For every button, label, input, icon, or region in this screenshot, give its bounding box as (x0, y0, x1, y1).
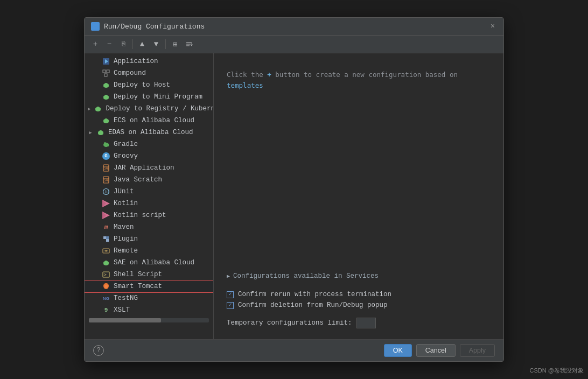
list-item-groovy[interactable]: GGroovy (85, 150, 213, 162)
move-up-button[interactable]: ▲ (136, 38, 149, 51)
list-item-deploy-host[interactable]: Deploy to Host (85, 79, 213, 91)
item-label: Compound (114, 69, 146, 77)
list-item-application[interactable]: Application (85, 55, 213, 67)
remove-config-button[interactable]: − (103, 38, 116, 51)
item-label: Groovy (114, 152, 138, 160)
tomcat-icon (102, 282, 110, 291)
svg-point-49 (106, 250, 107, 252)
item-label: SAE on Alibaba Cloud (114, 259, 194, 266)
apply-button[interactable]: Apply (460, 344, 495, 357)
list-item-deploy-registry[interactable]: ▶Deploy to Registry / Kubernetes (85, 103, 213, 115)
svg-point-28 (99, 130, 102, 133)
confirm-rerun-checkbox[interactable] (227, 291, 234, 298)
bottom-bar: ? OK Cancel Apply (85, 339, 503, 361)
list-item-shell[interactable]: >_Shell Script (85, 269, 213, 280)
add-config-button[interactable]: + (89, 38, 102, 51)
list-item-deploy-mini[interactable]: Deploy to Mini Program (85, 91, 213, 103)
list-item-junit[interactable]: JUJUnit (85, 186, 213, 198)
list-item-kotlin-script[interactable]: Kotlin script (85, 209, 213, 221)
svg-rect-46 (106, 236, 109, 239)
action-buttons: OK Cancel Apply (384, 344, 495, 357)
list-item-kotlin[interactable]: Kotlin (85, 198, 213, 209)
list-item-smart-tomcat[interactable]: Smart Tomcat (85, 280, 213, 292)
svg-rect-45 (106, 239, 109, 242)
temp-config-input[interactable] (356, 318, 376, 328)
cancel-button[interactable]: Cancel (416, 344, 456, 357)
svg-text:JAR: JAR (104, 179, 109, 182)
junit-icon: JU (102, 187, 110, 196)
item-label: ECS on Alibaba Cloud (114, 117, 194, 124)
list-item-gradle[interactable]: Gradle (85, 138, 213, 150)
close-button[interactable]: × (488, 22, 497, 31)
kotlin-icon (102, 211, 110, 220)
ok-button[interactable]: OK (384, 344, 412, 357)
list-item-maven[interactable]: mMaven (85, 221, 213, 233)
move-down-button[interactable]: ▼ (150, 38, 163, 51)
svg-point-30 (104, 142, 106, 144)
svg-point-16 (104, 95, 108, 97)
item-label: EDAS on Alibaba Cloud (108, 129, 193, 136)
confirm-deletion-checkbox[interactable] (227, 302, 234, 309)
compound-icon (102, 69, 110, 78)
list-item-xslt[interactable]: 9XSLT (85, 304, 213, 316)
svg-text:JAR: JAR (104, 167, 109, 170)
svg-point-53 (104, 261, 108, 263)
kotlin-icon (102, 199, 110, 208)
title-bar: Run/Debug Configurations × (85, 18, 503, 36)
item-label: Smart Tomcat (114, 283, 162, 290)
item-label: Kotlin (114, 200, 138, 207)
svg-text:JU: JU (104, 190, 109, 194)
item-label: JUnit (114, 188, 134, 195)
copy-config-button[interactable]: ⎘ (117, 38, 130, 51)
svg-point-20 (96, 107, 100, 109)
list-item-sae[interactable]: SAE on Alibaba Cloud (85, 257, 213, 269)
groovy-icon: G (102, 152, 110, 160)
list-item-ecs[interactable]: ECS on Alibaba Cloud (85, 115, 213, 127)
item-label: TestNG (114, 294, 138, 302)
confirm-rerun-label: Confirm rerun with process termination (238, 291, 391, 298)
list-item-java-scratch[interactable]: JARJava Scratch (85, 174, 213, 186)
sort-button[interactable] (183, 38, 195, 51)
svg-rect-44 (103, 236, 106, 239)
jar-icon: JAR (102, 164, 110, 172)
services-arrow-icon: ▶ (227, 273, 230, 279)
list-item-remote[interactable]: Remote (85, 245, 213, 257)
item-label: Application (114, 58, 158, 65)
xslt-icon: 9 (102, 306, 110, 314)
item-label: Shell Script (114, 271, 162, 278)
filter-button[interactable]: ⊞ (169, 38, 181, 51)
item-label: Deploy to Host (114, 81, 170, 89)
services-label: Configurations available in Services (233, 272, 379, 280)
list-item-testng[interactable]: NGTestNG (85, 292, 213, 304)
plugin-icon (102, 235, 110, 243)
gradle-icon (102, 140, 110, 149)
item-label: Deploy to Registry / Kubernetes (106, 105, 214, 113)
services-section[interactable]: ▶ Configurations available in Services (227, 270, 491, 282)
watermark: CSDN @卷我没对象 (530, 367, 584, 375)
scroll-track[interactable] (89, 318, 209, 322)
testng-icon: NG (102, 294, 110, 303)
cloud-icon (94, 104, 102, 113)
item-label: Gradle (114, 141, 138, 148)
svg-rect-6 (103, 70, 106, 73)
list-item-jar[interactable]: JARJAR Application (85, 162, 213, 174)
svg-text:>_: >_ (104, 272, 109, 277)
list-item-edas[interactable]: ▶EDAS on Alibaba Cloud (85, 127, 213, 138)
right-panel: Click the + button to create a new confi… (214, 53, 503, 339)
shell-icon: >_ (102, 270, 110, 279)
templates-link[interactable]: templates (227, 81, 263, 89)
item-label: Plugin (114, 235, 138, 243)
content-area: ApplicationCompoundDeploy to HostDeploy … (85, 53, 503, 339)
toolbar-separator (132, 39, 133, 49)
item-label: Maven (114, 223, 134, 231)
svg-rect-31 (107, 144, 109, 146)
list-item-plugin[interactable]: Plugin (85, 233, 213, 245)
list-item-compound[interactable]: Compound (85, 67, 213, 79)
temp-config-label: Temporary configurations limit: (227, 319, 352, 327)
confirm-deletion-label: Confirm deletion from Run/Debug popup (238, 301, 388, 309)
hint-text: Click the + button to create a new confi… (227, 69, 491, 91)
help-button[interactable]: ? (93, 345, 104, 356)
cloud-icon (96, 128, 105, 137)
confirm-deletion-row: Confirm deletion from Run/Debug popup (227, 301, 491, 309)
toolbar: + − ⎘ ▲ ▼ ⊞ (85, 36, 503, 53)
